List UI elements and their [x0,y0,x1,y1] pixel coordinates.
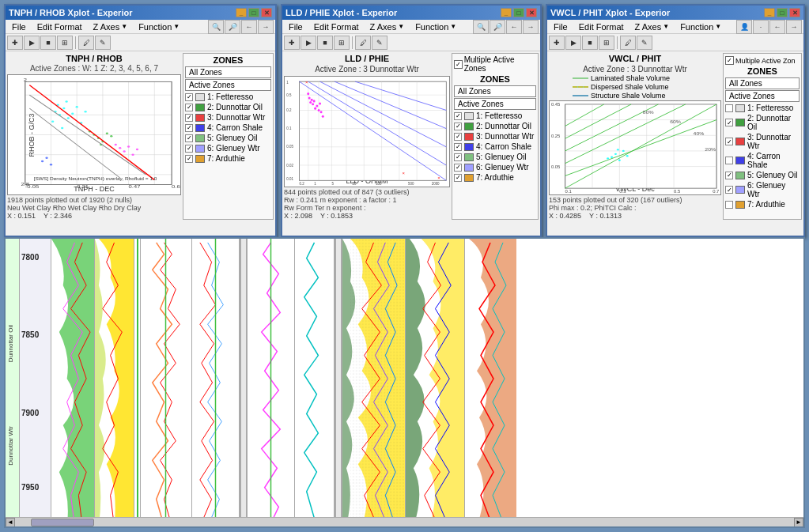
zone-item-2[interactable]: ✓ 3: Dunnottar Wtr [725,132,800,151]
zone-item-3[interactable]: ✓ 4: Carron Shale [185,123,271,133]
tnph-tb-btn2[interactable]: 🔎 [225,20,240,34]
lld-close-button[interactable]: ✕ [526,8,537,17]
tnph-maximize-button[interactable]: □ [248,8,259,17]
lld-menu-function[interactable]: Function ▼ [410,21,461,32]
zone-check-4[interactable]: ✓ [185,134,193,142]
tnph-tool1[interactable]: ✚ [7,36,23,50]
lld-tb-btn3[interactable]: ← [506,20,522,34]
lld-minimize-button[interactable]: _ [501,8,512,17]
tnph-tool6[interactable]: ✎ [95,36,111,50]
zone-check-6[interactable]: ✓ [454,174,462,182]
tnph-tool2[interactable]: ▶ [24,36,40,50]
vwcl-menu-edit[interactable]: Edit Format [574,21,629,32]
scroll-right-button[interactable]: ► [794,518,803,527]
zone-item-5[interactable]: ✓ 6: Glenuey Wtr [185,143,271,153]
vwcl-tool3[interactable]: ■ [582,36,598,50]
zone-item-2[interactable]: ✓ 3: Dunnottar Wtr [454,131,536,141]
tnph-tool3[interactable]: ■ [40,36,56,50]
vwcl-tb-btn1[interactable]: 👤 [736,20,752,34]
vwcl-tool1[interactable]: ✚ [549,36,565,50]
zone-item-5[interactable]: ✓ 6: Glenuey Wtr [725,180,800,199]
scroll-thumb[interactable] [31,519,94,526]
zone-item-6[interactable]: ✓ 7: Arduthie [185,153,271,164]
zone-item-5[interactable]: ✓ 6: Glenuey Wtr [454,162,536,172]
tnph-scatter-plot[interactable]: 2 2.8 -0.05 0.21 0.47 0.6 [8,75,180,194]
lld-menu-edit[interactable]: Edit Format [309,21,364,32]
zone-item-1[interactable]: ✓ 2: Dunnottar Oil [185,102,271,112]
zone-check-2[interactable]: ✓ [185,114,193,122]
tnph-all-zones-button[interactable]: All Zones [185,66,271,78]
vwcl-all-zones-button[interactable]: All Zones [725,77,800,89]
zone-item-2[interactable]: ✓ 3: Dunnottar Wtr [185,112,271,123]
zone-check-0[interactable]: ✓ [454,112,462,120]
zone-check-6[interactable]: ✓ [185,155,193,163]
vwcl-tb-btn3[interactable]: ← [769,20,785,34]
zone-check-4[interactable]: ✓ [454,153,462,161]
zone-item-1[interactable]: ✓ 2: Dunnottar Oil [454,121,536,131]
zone-check-1[interactable]: ✓ [454,123,462,130]
vwcl-tool6[interactable]: ✎ [637,36,652,50]
tnph-close-button[interactable]: ✕ [261,8,272,17]
lld-active-zones-button[interactable]: Active Zones [454,98,536,110]
vwcl-active-zones-button[interactable]: Active Zones [725,90,800,102]
zone-check-5[interactable]: ✓ [725,186,733,194]
scroll-left-button[interactable]: ◄ [6,518,15,527]
tnph-tb-btn4[interactable]: → [258,20,274,34]
lld-tb-btn2[interactable]: 🔎 [490,20,505,34]
vwcl-tool5[interactable]: 🖊 [620,36,636,50]
vwcl-menu-file[interactable]: File [549,21,573,32]
zone-item-4[interactable]: ✓ 5: Glenuey Oil [185,133,271,143]
zone-check-1[interactable]: ✓ [725,119,733,126]
zone-check-3[interactable] [725,157,733,164]
lld-tool6[interactable]: ✎ [372,36,387,50]
tnph-menu-edit[interactable]: Edit Format [32,21,87,32]
zone-item-4[interactable]: ✓ 5: Glenuey Oil [725,170,800,180]
lld-menu-zaxes[interactable]: Z Axes ▼ [365,21,410,32]
zone-check-2[interactable]: ✓ [725,138,733,145]
lld-tb-btn4[interactable]: → [523,20,539,34]
vwcl-tool2[interactable]: ▶ [565,36,581,50]
lld-tool3[interactable]: ■ [317,36,333,50]
zone-item-1[interactable]: ✓ 2: Dunnottar Oil [725,113,800,132]
lld-all-zones-button[interactable]: All Zones [454,85,536,97]
zone-check-3[interactable]: ✓ [185,124,193,132]
zone-item-0[interactable]: ✓ 1: Fetteresso [185,92,271,102]
lld-tool2[interactable]: ▶ [301,36,316,50]
zone-check-4[interactable]: ✓ [725,172,733,179]
zone-item-4[interactable]: ✓ 5: Glenuey Oil [454,152,536,162]
lld-tool5[interactable]: 🖊 [355,36,371,50]
zone-check-0[interactable] [725,104,733,112]
zone-item-3[interactable]: ✓ 4: Carron Shale [454,141,536,152]
vwcl-minimize-button[interactable]: _ [764,8,775,17]
zone-check-3[interactable]: ✓ [454,143,462,151]
zone-item-0[interactable]: ✓ 1: Fetteresso [454,111,536,121]
lld-tool4[interactable]: ⊞ [334,36,350,50]
lld-tool1[interactable]: ✚ [284,36,300,50]
tnph-tb-btn1[interactable]: 🔍 [208,20,224,34]
zone-check-5[interactable]: ✓ [185,145,193,153]
tnph-active-zones-button[interactable]: Active Zones [185,79,271,91]
lld-tb-btn1[interactable]: 🔍 [473,20,489,34]
zone-check-5[interactable]: ✓ [454,164,462,172]
tnph-minimize-button[interactable]: _ [236,8,247,17]
tnph-tb-btn3[interactable]: ← [241,20,257,34]
vwcl-menu-function[interactable]: Function ▼ [675,21,726,32]
vwcl-tb-btn2[interactable]: · [753,20,769,34]
zone-check-1[interactable]: ✓ [185,104,193,111]
tnph-menu-file[interactable]: File [7,21,31,32]
vwcl-close-button[interactable]: ✕ [789,8,800,17]
zone-item-6[interactable]: ✓ 7: Arduthie [454,172,536,183]
tnph-menu-zaxes[interactable]: Z Axes ▼ [89,21,133,32]
zone-item-0[interactable]: 1: Fetteresso [725,103,800,113]
lld-menu-file[interactable]: File [284,21,308,32]
lld-maximize-button[interactable]: □ [513,8,524,17]
tnph-tool5[interactable]: 🖊 [78,36,94,50]
lld-scatter-plot[interactable]: × × × 0.2 1 5 20 100 500 2000 1 0.5 0.2 … [285,77,449,187]
lld-multiple-zones-checkbox[interactable]: ✓ [454,60,463,69]
zone-item-3[interactable]: 4: Carron Shale [725,151,800,170]
vwcl-scatter-plot[interactable]: 80% 60% 40% 20% 0.1 0.3 0.5 0.7 0.45 0.2… [550,101,720,194]
vwcl-multiple-zones-checkbox[interactable]: ✓ [725,56,734,65]
vwcl-tool4[interactable]: ⊞ [599,36,614,50]
zone-check-2[interactable]: ✓ [454,133,462,141]
vwcl-tb-btn4[interactable]: → [786,20,802,34]
